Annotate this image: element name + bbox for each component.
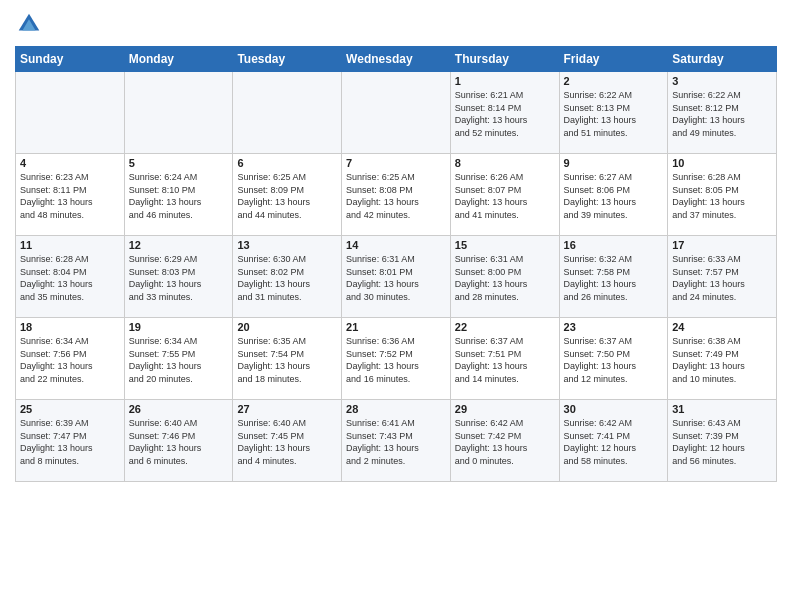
- calendar-cell: 19Sunrise: 6:34 AM Sunset: 7:55 PM Dayli…: [124, 318, 233, 400]
- day-info: Sunrise: 6:24 AM Sunset: 8:10 PM Dayligh…: [129, 171, 229, 221]
- calendar-cell: 4Sunrise: 6:23 AM Sunset: 8:11 PM Daylig…: [16, 154, 125, 236]
- day-number: 6: [237, 157, 337, 169]
- day-number: 27: [237, 403, 337, 415]
- day-info: Sunrise: 6:39 AM Sunset: 7:47 PM Dayligh…: [20, 417, 120, 467]
- day-info: Sunrise: 6:29 AM Sunset: 8:03 PM Dayligh…: [129, 253, 229, 303]
- day-info: Sunrise: 6:25 AM Sunset: 8:08 PM Dayligh…: [346, 171, 446, 221]
- calendar-cell: 12Sunrise: 6:29 AM Sunset: 8:03 PM Dayli…: [124, 236, 233, 318]
- calendar-cell: 10Sunrise: 6:28 AM Sunset: 8:05 PM Dayli…: [668, 154, 777, 236]
- page-container: SundayMondayTuesdayWednesdayThursdayFrid…: [0, 0, 792, 487]
- day-number: 7: [346, 157, 446, 169]
- day-number: 24: [672, 321, 772, 333]
- calendar-cell: 31Sunrise: 6:43 AM Sunset: 7:39 PM Dayli…: [668, 400, 777, 482]
- calendar-cell: 13Sunrise: 6:30 AM Sunset: 8:02 PM Dayli…: [233, 236, 342, 318]
- calendar-cell: 20Sunrise: 6:35 AM Sunset: 7:54 PM Dayli…: [233, 318, 342, 400]
- day-number: 23: [564, 321, 664, 333]
- calendar-cell: 6Sunrise: 6:25 AM Sunset: 8:09 PM Daylig…: [233, 154, 342, 236]
- day-number: 2: [564, 75, 664, 87]
- calendar-cell: [233, 72, 342, 154]
- calendar-cell: 18Sunrise: 6:34 AM Sunset: 7:56 PM Dayli…: [16, 318, 125, 400]
- calendar-cell: 21Sunrise: 6:36 AM Sunset: 7:52 PM Dayli…: [342, 318, 451, 400]
- calendar-cell: 15Sunrise: 6:31 AM Sunset: 8:00 PM Dayli…: [450, 236, 559, 318]
- weekday-row: SundayMondayTuesdayWednesdayThursdayFrid…: [16, 47, 777, 72]
- day-info: Sunrise: 6:42 AM Sunset: 7:41 PM Dayligh…: [564, 417, 664, 467]
- calendar-cell: 3Sunrise: 6:22 AM Sunset: 8:12 PM Daylig…: [668, 72, 777, 154]
- day-number: 15: [455, 239, 555, 251]
- logo-icon: [15, 10, 43, 38]
- day-number: 16: [564, 239, 664, 251]
- day-info: Sunrise: 6:22 AM Sunset: 8:12 PM Dayligh…: [672, 89, 772, 139]
- day-info: Sunrise: 6:27 AM Sunset: 8:06 PM Dayligh…: [564, 171, 664, 221]
- calendar-cell: 28Sunrise: 6:41 AM Sunset: 7:43 PM Dayli…: [342, 400, 451, 482]
- weekday-header: Sunday: [16, 47, 125, 72]
- calendar-cell: 26Sunrise: 6:40 AM Sunset: 7:46 PM Dayli…: [124, 400, 233, 482]
- day-number: 18: [20, 321, 120, 333]
- calendar-cell: 24Sunrise: 6:38 AM Sunset: 7:49 PM Dayli…: [668, 318, 777, 400]
- day-number: 3: [672, 75, 772, 87]
- weekday-header: Tuesday: [233, 47, 342, 72]
- calendar-header: SundayMondayTuesdayWednesdayThursdayFrid…: [16, 47, 777, 72]
- calendar-cell: 2Sunrise: 6:22 AM Sunset: 8:13 PM Daylig…: [559, 72, 668, 154]
- calendar-cell: 22Sunrise: 6:37 AM Sunset: 7:51 PM Dayli…: [450, 318, 559, 400]
- header: [15, 10, 777, 38]
- calendar-cell: [16, 72, 125, 154]
- calendar-cell: 30Sunrise: 6:42 AM Sunset: 7:41 PM Dayli…: [559, 400, 668, 482]
- day-number: 12: [129, 239, 229, 251]
- calendar-cell: 23Sunrise: 6:37 AM Sunset: 7:50 PM Dayli…: [559, 318, 668, 400]
- calendar-cell: 7Sunrise: 6:25 AM Sunset: 8:08 PM Daylig…: [342, 154, 451, 236]
- calendar-cell: 1Sunrise: 6:21 AM Sunset: 8:14 PM Daylig…: [450, 72, 559, 154]
- day-info: Sunrise: 6:28 AM Sunset: 8:04 PM Dayligh…: [20, 253, 120, 303]
- day-number: 28: [346, 403, 446, 415]
- weekday-header: Saturday: [668, 47, 777, 72]
- calendar-cell: 14Sunrise: 6:31 AM Sunset: 8:01 PM Dayli…: [342, 236, 451, 318]
- weekday-header: Thursday: [450, 47, 559, 72]
- day-number: 11: [20, 239, 120, 251]
- day-number: 31: [672, 403, 772, 415]
- day-info: Sunrise: 6:23 AM Sunset: 8:11 PM Dayligh…: [20, 171, 120, 221]
- day-info: Sunrise: 6:33 AM Sunset: 7:57 PM Dayligh…: [672, 253, 772, 303]
- day-info: Sunrise: 6:34 AM Sunset: 7:56 PM Dayligh…: [20, 335, 120, 385]
- logo: [15, 10, 47, 38]
- day-number: 22: [455, 321, 555, 333]
- day-info: Sunrise: 6:41 AM Sunset: 7:43 PM Dayligh…: [346, 417, 446, 467]
- calendar-body: 1Sunrise: 6:21 AM Sunset: 8:14 PM Daylig…: [16, 72, 777, 482]
- calendar-cell: 27Sunrise: 6:40 AM Sunset: 7:45 PM Dayli…: [233, 400, 342, 482]
- day-info: Sunrise: 6:37 AM Sunset: 7:50 PM Dayligh…: [564, 335, 664, 385]
- calendar-cell: 16Sunrise: 6:32 AM Sunset: 7:58 PM Dayli…: [559, 236, 668, 318]
- day-number: 5: [129, 157, 229, 169]
- day-info: Sunrise: 6:25 AM Sunset: 8:09 PM Dayligh…: [237, 171, 337, 221]
- day-info: Sunrise: 6:31 AM Sunset: 8:01 PM Dayligh…: [346, 253, 446, 303]
- calendar-cell: 9Sunrise: 6:27 AM Sunset: 8:06 PM Daylig…: [559, 154, 668, 236]
- calendar-cell: [124, 72, 233, 154]
- calendar-week-row: 1Sunrise: 6:21 AM Sunset: 8:14 PM Daylig…: [16, 72, 777, 154]
- day-number: 30: [564, 403, 664, 415]
- calendar-cell: 25Sunrise: 6:39 AM Sunset: 7:47 PM Dayli…: [16, 400, 125, 482]
- day-number: 20: [237, 321, 337, 333]
- day-info: Sunrise: 6:34 AM Sunset: 7:55 PM Dayligh…: [129, 335, 229, 385]
- day-info: Sunrise: 6:36 AM Sunset: 7:52 PM Dayligh…: [346, 335, 446, 385]
- day-info: Sunrise: 6:31 AM Sunset: 8:00 PM Dayligh…: [455, 253, 555, 303]
- day-number: 8: [455, 157, 555, 169]
- day-number: 19: [129, 321, 229, 333]
- day-number: 13: [237, 239, 337, 251]
- calendar-cell: 29Sunrise: 6:42 AM Sunset: 7:42 PM Dayli…: [450, 400, 559, 482]
- day-number: 21: [346, 321, 446, 333]
- day-number: 26: [129, 403, 229, 415]
- calendar-week-row: 18Sunrise: 6:34 AM Sunset: 7:56 PM Dayli…: [16, 318, 777, 400]
- day-number: 10: [672, 157, 772, 169]
- calendar-week-row: 25Sunrise: 6:39 AM Sunset: 7:47 PM Dayli…: [16, 400, 777, 482]
- day-info: Sunrise: 6:35 AM Sunset: 7:54 PM Dayligh…: [237, 335, 337, 385]
- calendar-week-row: 11Sunrise: 6:28 AM Sunset: 8:04 PM Dayli…: [16, 236, 777, 318]
- day-number: 25: [20, 403, 120, 415]
- calendar-cell: 17Sunrise: 6:33 AM Sunset: 7:57 PM Dayli…: [668, 236, 777, 318]
- weekday-header: Wednesday: [342, 47, 451, 72]
- weekday-header: Monday: [124, 47, 233, 72]
- day-number: 1: [455, 75, 555, 87]
- day-info: Sunrise: 6:38 AM Sunset: 7:49 PM Dayligh…: [672, 335, 772, 385]
- day-number: 17: [672, 239, 772, 251]
- calendar-cell: 5Sunrise: 6:24 AM Sunset: 8:10 PM Daylig…: [124, 154, 233, 236]
- weekday-header: Friday: [559, 47, 668, 72]
- day-info: Sunrise: 6:30 AM Sunset: 8:02 PM Dayligh…: [237, 253, 337, 303]
- day-info: Sunrise: 6:26 AM Sunset: 8:07 PM Dayligh…: [455, 171, 555, 221]
- calendar-table: SundayMondayTuesdayWednesdayThursdayFrid…: [15, 46, 777, 482]
